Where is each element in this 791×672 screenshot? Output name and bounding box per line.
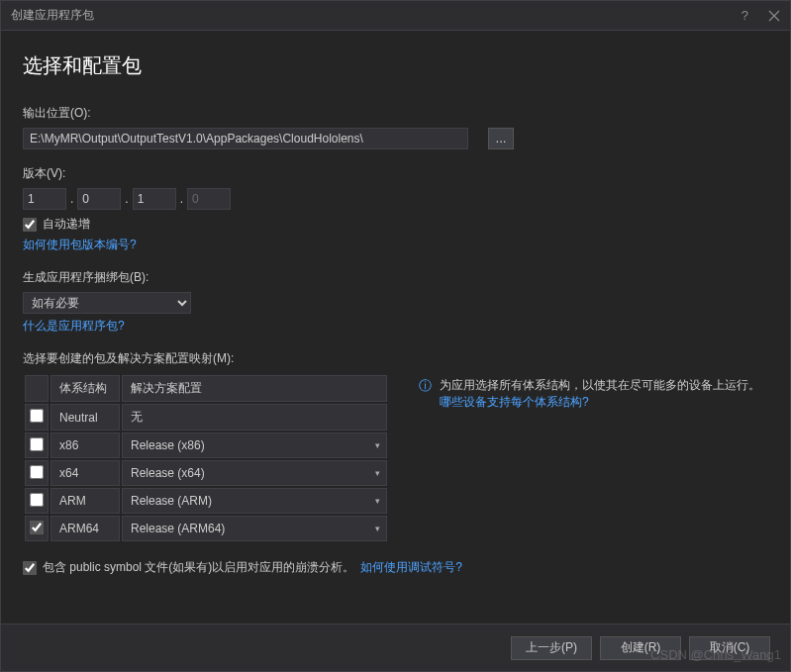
bundle-help-link[interactable]: 什么是应用程序包? xyxy=(23,319,125,333)
auto-increment-label: 自动递增 xyxy=(43,216,90,233)
mapping-label: 选择要创建的包及解决方案配置映射(M): xyxy=(23,350,768,367)
table-row: x86Release (x86)▾ xyxy=(25,432,387,458)
chevron-down-icon[interactable]: ▾ xyxy=(375,496,380,506)
table-row: ARM64Release (ARM64)▾ xyxy=(25,516,387,541)
arch-support-link[interactable]: 哪些设备支持每个体系结构? xyxy=(440,395,589,409)
chevron-down-icon[interactable]: ▾ xyxy=(375,440,380,450)
info-text: 为应用选择所有体系结构，以使其在尽可能多的设备上运行。 xyxy=(440,378,760,392)
arch-name: ARM xyxy=(50,488,120,514)
arch-name: Neutral xyxy=(50,404,120,431)
table-row: Neutral无 xyxy=(25,404,387,431)
titlebar-title: 创建应用程序包 xyxy=(11,7,94,24)
config-cell[interactable]: Release (x86)▾ xyxy=(122,432,387,458)
arch-header: 体系结构 xyxy=(50,375,120,402)
page-title: 选择和配置包 xyxy=(23,52,768,79)
auto-increment-checkbox[interactable] xyxy=(23,218,37,232)
chevron-down-icon[interactable]: ▾ xyxy=(375,524,380,533)
select-all-header[interactable] xyxy=(25,375,49,402)
architecture-table: 体系结构 解决方案配置 Neutral无x86Release (x86)▾x64… xyxy=(23,373,389,543)
arch-checkbox-arm[interactable] xyxy=(30,493,44,507)
config-header: 解决方案配置 xyxy=(122,375,387,402)
arch-checkbox-neutral[interactable] xyxy=(30,409,44,423)
symbols-help-link[interactable]: 如何使用调试符号? xyxy=(360,559,462,576)
output-location-label: 输出位置(O): xyxy=(23,105,768,122)
arch-checkbox-x86[interactable] xyxy=(30,437,44,451)
include-symbols-checkbox[interactable] xyxy=(23,561,37,575)
arch-name: ARM64 xyxy=(50,516,120,541)
version-revision-input xyxy=(187,188,231,210)
info-icon: ⓘ xyxy=(419,377,432,411)
help-icon[interactable]: ? xyxy=(742,8,748,23)
version-build-input[interactable] xyxy=(133,188,176,210)
include-symbols-label: 包含 public symbol 文件(如果有)以启用对应用的崩溃分析。 xyxy=(43,559,354,576)
config-cell: 无 xyxy=(122,404,387,431)
config-cell[interactable]: Release (ARM64)▾ xyxy=(122,516,387,541)
config-cell[interactable]: Release (x64)▾ xyxy=(122,460,387,486)
output-location-input[interactable] xyxy=(23,128,468,149)
arch-name: x86 xyxy=(50,432,120,458)
bundle-label: 生成应用程序捆绑包(B): xyxy=(23,269,768,286)
version-label: 版本(V): xyxy=(23,165,768,182)
browse-button[interactable]: ... xyxy=(488,128,514,149)
table-row: ARMRelease (ARM)▾ xyxy=(25,488,387,514)
chevron-down-icon[interactable]: ▾ xyxy=(375,468,380,478)
table-row: x64Release (x64)▾ xyxy=(25,460,387,486)
create-button[interactable]: 创建(R) xyxy=(600,636,681,660)
version-minor-input[interactable] xyxy=(77,188,121,210)
bundle-select[interactable]: 如有必要 xyxy=(23,292,191,314)
config-cell[interactable]: Release (ARM)▾ xyxy=(122,488,387,514)
previous-button[interactable]: 上一步(P) xyxy=(511,636,592,660)
version-help-link[interactable]: 如何使用包版本编号? xyxy=(23,238,137,251)
close-icon[interactable] xyxy=(768,10,780,22)
arch-checkbox-arm64[interactable] xyxy=(30,521,44,534)
cancel-button[interactable]: 取消(C) xyxy=(689,636,770,660)
arch-checkbox-x64[interactable] xyxy=(30,465,44,479)
version-major-input[interactable] xyxy=(23,188,66,210)
arch-name: x64 xyxy=(50,460,120,486)
titlebar: 创建应用程序包 ? xyxy=(1,1,790,31)
